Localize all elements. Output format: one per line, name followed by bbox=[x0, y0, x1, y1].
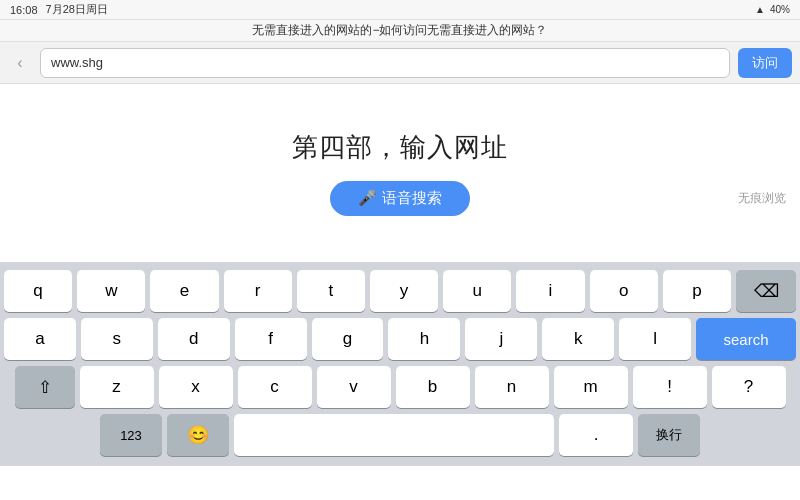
key-question[interactable]: ? bbox=[712, 366, 786, 408]
key-z[interactable]: z bbox=[80, 366, 154, 408]
back-button[interactable]: ‹ bbox=[8, 51, 32, 75]
status-bar: 16:08 7月28日周日 ▲ 40% bbox=[0, 0, 800, 20]
key-e[interactable]: e bbox=[150, 270, 218, 312]
key-k[interactable]: k bbox=[542, 318, 614, 360]
main-heading: 第四部，输入网址 bbox=[292, 130, 508, 165]
browser-bar: ‹ 访问 bbox=[0, 42, 800, 84]
key-y[interactable]: y bbox=[370, 270, 438, 312]
key-o[interactable]: o bbox=[590, 270, 658, 312]
key-h[interactable]: h bbox=[388, 318, 460, 360]
shift-key[interactable]: ⇧ bbox=[15, 366, 75, 408]
key-m[interactable]: m bbox=[554, 366, 628, 408]
key-u[interactable]: u bbox=[443, 270, 511, 312]
key-j[interactable]: j bbox=[465, 318, 537, 360]
visit-button[interactable]: 访问 bbox=[738, 48, 792, 78]
battery-level: 40% bbox=[770, 4, 790, 15]
key-q[interactable]: q bbox=[4, 270, 72, 312]
space-key[interactable] bbox=[234, 414, 554, 456]
key-g[interactable]: g bbox=[312, 318, 384, 360]
backspace-key[interactable]: ⌫ bbox=[736, 270, 796, 312]
keyboard-row-3: ⇧ z x c v b n m ! ? bbox=[4, 366, 796, 408]
key-d[interactable]: d bbox=[158, 318, 230, 360]
search-key[interactable]: search bbox=[696, 318, 796, 360]
key-period[interactable]: . bbox=[559, 414, 633, 456]
main-content: 第四部，输入网址 🎤 语音搜索 无痕浏览 bbox=[0, 84, 800, 262]
key-i[interactable]: i bbox=[516, 270, 584, 312]
key-exclamation[interactable]: ! bbox=[633, 366, 707, 408]
key-c[interactable]: c bbox=[238, 366, 312, 408]
incognito-label: 无痕浏览 bbox=[738, 190, 786, 207]
keyboard: q w e r t y u i o p ⌫ a s d f g h j k l … bbox=[0, 262, 800, 466]
status-date: 7月28日周日 bbox=[46, 2, 108, 17]
key-x[interactable]: x bbox=[159, 366, 233, 408]
url-input[interactable] bbox=[40, 48, 730, 78]
key-p[interactable]: p bbox=[663, 270, 731, 312]
keyboard-row-2: a s d f g h j k l search bbox=[4, 318, 796, 360]
key-w[interactable]: w bbox=[77, 270, 145, 312]
key-s[interactable]: s bbox=[81, 318, 153, 360]
key-t[interactable]: t bbox=[297, 270, 365, 312]
key-v[interactable]: v bbox=[317, 366, 391, 408]
toolbar-row: 🎤 语音搜索 无痕浏览 bbox=[0, 181, 800, 216]
wifi-icon: ▲ bbox=[755, 4, 765, 15]
numbers-key[interactable]: 123 bbox=[100, 414, 162, 456]
key-f[interactable]: f bbox=[235, 318, 307, 360]
emoji-key[interactable]: 😊 bbox=[167, 414, 229, 456]
return-key[interactable]: 换行 bbox=[638, 414, 700, 456]
key-r[interactable]: r bbox=[224, 270, 292, 312]
keyboard-row-4: 123 😊 . 换行 bbox=[4, 414, 796, 456]
status-time: 16:08 bbox=[10, 4, 38, 16]
key-n[interactable]: n bbox=[475, 366, 549, 408]
keyboard-row-1: q w e r t y u i o p ⌫ bbox=[4, 270, 796, 312]
key-b[interactable]: b bbox=[396, 366, 470, 408]
page-title-text: 无需直接进入的网站的−如何访问无需直接进入的网站？ bbox=[252, 23, 547, 37]
key-a[interactable]: a bbox=[4, 318, 76, 360]
key-l[interactable]: l bbox=[619, 318, 691, 360]
page-title-bar: 无需直接进入的网站的−如何访问无需直接进入的网站？ bbox=[0, 20, 800, 42]
voice-search-label: 🎤 语音搜索 bbox=[358, 189, 441, 208]
voice-search-button[interactable]: 🎤 语音搜索 bbox=[330, 181, 469, 216]
